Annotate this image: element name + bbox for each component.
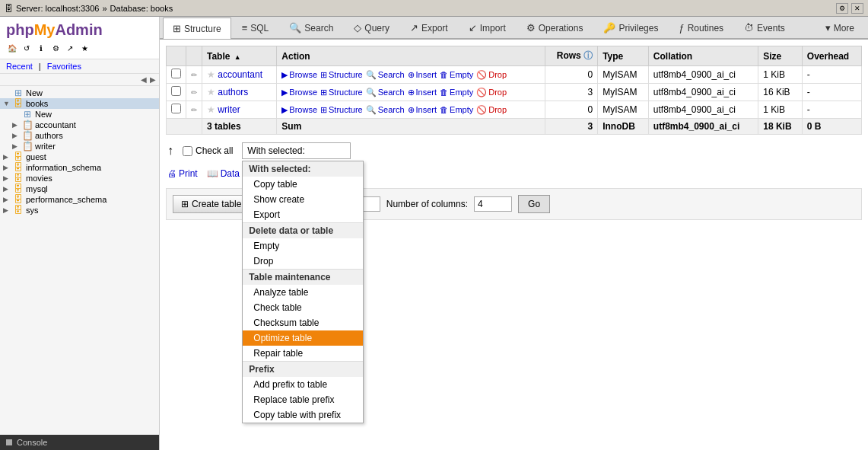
context-item-copy-prefix[interactable]: Copy table with prefix <box>243 407 363 423</box>
tab-routines[interactable]: ƒ Routines <box>669 17 733 38</box>
star-icon[interactable]: ★ <box>78 42 91 54</box>
context-item-analyze[interactable]: Analyze table <box>243 285 363 300</box>
star-fav-icon[interactable]: ★ <box>207 104 215 115</box>
drop-link-authors[interactable]: 🚫 Drop <box>476 88 507 97</box>
table-name-link[interactable]: accountant <box>218 69 262 80</box>
sidebar-item-movies[interactable]: ▶ 🗄 movies <box>0 173 159 184</box>
insert-link-accountant[interactable]: ⊕ Insert <box>408 70 437 80</box>
expand-arrow: ▶ <box>3 185 11 193</box>
tab-structure[interactable]: ⊞ Structure <box>163 18 231 39</box>
sidebar-item-label: accountant <box>35 120 76 129</box>
db-icon: 🗄 <box>13 163 24 172</box>
search-link-accountant[interactable]: 🔍 Search <box>366 70 405 80</box>
row-checkbox-cell <box>167 84 186 101</box>
context-item-add-prefix[interactable]: Add prefix to table <box>243 377 363 392</box>
th-type: Type <box>598 46 649 66</box>
search-link-authors[interactable]: 🔍 Search <box>366 88 405 97</box>
sidebar-item-writer[interactable]: ▶ 📋 writer <box>0 141 159 152</box>
tab-search[interactable]: 🔍 Search <box>279 17 343 38</box>
tab-query[interactable]: ◇ Query <box>344 17 399 38</box>
create-table-button[interactable]: ⊞ Create table <box>173 195 250 213</box>
sidebar-item-information-schema[interactable]: ▶ 🗄 information_schema <box>0 162 159 173</box>
back-arrow[interactable]: ↑ <box>167 144 173 158</box>
sidebar-item-sys[interactable]: ▶ 🗄 sys <box>0 205 159 215</box>
th-table[interactable]: Table ▲ <box>202 46 277 66</box>
sidebar-item-guest[interactable]: ▶ 🗄 guest <box>0 152 159 162</box>
edit-pencil-icon[interactable]: ✏ <box>191 106 197 114</box>
info-icon[interactable]: ℹ <box>35 42 47 54</box>
with-selected-select[interactable]: With selected: Copy table Show create Ex… <box>242 142 351 159</box>
context-item-export[interactable]: Export <box>243 207 363 222</box>
insert-link-authors[interactable]: ⊕ Insert <box>408 88 437 97</box>
browse-link-writer[interactable]: ▶ Browse <box>281 105 317 115</box>
columns-input[interactable] <box>474 196 512 212</box>
home-icon[interactable]: 🏠 <box>6 42 18 54</box>
tab-events[interactable]: ⏱ Events <box>734 17 795 38</box>
structure-link-authors[interactable]: ⊞ Structure <box>320 88 363 97</box>
tab-export[interactable]: ↗ Export <box>400 17 458 38</box>
context-item-check[interactable]: Check table <box>243 300 363 315</box>
sidebar-item-authors[interactable]: ▶ 📋 authors <box>0 130 159 141</box>
browse-link-authors[interactable]: ▶ Browse <box>281 88 317 97</box>
sidebar-item-new-root[interactable]: ⊞ New <box>0 88 159 98</box>
empty-link-writer[interactable]: 🗑 Empty <box>440 105 473 114</box>
sidebar-item-performance-schema[interactable]: ▶ 🗄 performance_schema <box>0 194 159 205</box>
sidebar-item-accountant[interactable]: ▶ 📋 accountant <box>0 120 159 130</box>
tab-more[interactable]: ▾ More <box>816 17 864 38</box>
external-icon[interactable]: ↗ <box>64 42 76 54</box>
edit-pencil-icon[interactable]: ✏ <box>191 88 197 97</box>
tab-operations[interactable]: ⚙ Operations <box>517 17 593 38</box>
star-fav-icon[interactable]: ★ <box>207 69 215 80</box>
settings-button[interactable]: ⚙ <box>836 3 848 14</box>
table-name-link[interactable]: authors <box>218 87 248 97</box>
close-button[interactable]: ✕ <box>851 3 863 14</box>
star-fav-icon[interactable]: ★ <box>207 87 215 97</box>
sidebar-item-books-new[interactable]: ⊞ New <box>0 109 159 120</box>
expand-arrow: ▶ <box>12 121 20 129</box>
sidebar-item-mysql[interactable]: ▶ 🗄 mysql <box>0 184 159 194</box>
search-icon: 🔍 <box>366 88 377 97</box>
tab-privileges[interactable]: 🔑 Privileges <box>593 17 668 38</box>
structure-link-accountant[interactable]: ⊞ Structure <box>320 70 363 80</box>
more-icon: ▾ <box>825 22 831 34</box>
refresh-icon[interactable]: ↺ <box>21 42 33 54</box>
edit-pencil-icon[interactable]: ✏ <box>191 71 197 79</box>
context-item-checksum[interactable]: Checksum table <box>243 315 363 330</box>
favorites-link[interactable]: Favorites <box>47 62 81 71</box>
empty-link-authors[interactable]: 🗑 Empty <box>440 88 473 97</box>
tab-sql[interactable]: ≡ SQL <box>232 17 279 38</box>
row-actions-cell: ▶ Browse ⊞ Structure 🔍 Search ⊕ Insert 🗑… <box>277 66 545 84</box>
structure-link-writer[interactable]: ⊞ Structure <box>320 105 363 115</box>
expand-icon[interactable]: ▶ <box>150 75 156 84</box>
sidebar-item-books[interactable]: ▼ 🗄 books <box>0 98 159 109</box>
collapse-icon[interactable]: ◀ <box>141 75 147 84</box>
row-checkbox[interactable] <box>171 104 181 113</box>
browse-link-accountant[interactable]: ▶ Browse <box>281 70 317 80</box>
row-checkbox[interactable] <box>171 86 181 96</box>
drop-link-accountant[interactable]: 🚫 Drop <box>476 70 507 80</box>
context-item-show-create[interactable]: Show create <box>243 192 363 207</box>
tab-import[interactable]: ↙ Import <box>459 17 516 38</box>
context-item-repair[interactable]: Repair table <box>243 346 363 361</box>
rows-info-icon[interactable]: ⓘ <box>583 50 593 61</box>
recent-link[interactable]: Recent <box>6 62 33 71</box>
settings-icon[interactable]: ⚙ <box>49 42 62 54</box>
table-name-link[interactable]: writer <box>218 104 240 115</box>
context-item-empty[interactable]: Empty <box>243 238 363 254</box>
drop-link-writer[interactable]: 🚫 Drop <box>476 105 507 115</box>
insert-link-writer[interactable]: ⊕ Insert <box>408 105 437 115</box>
sidebar-item-label: authors <box>35 131 63 140</box>
go-button[interactable]: Go <box>518 195 550 213</box>
context-item-optimize[interactable]: Optimize table <box>243 330 363 346</box>
console-bar[interactable]: Console <box>0 435 159 450</box>
logo-admin: Admin <box>55 21 102 38</box>
with-selected-dropdown-wrapper: With selected: Copy table Show create Ex… <box>242 142 351 159</box>
check-all-checkbox[interactable] <box>183 146 192 156</box>
print-link[interactable]: 🖨 Print <box>167 168 198 179</box>
context-item-drop[interactable]: Drop <box>243 254 363 269</box>
row-checkbox[interactable] <box>171 69 181 78</box>
context-item-copy-table[interactable]: Copy table <box>243 177 363 192</box>
empty-link-accountant[interactable]: 🗑 Empty <box>440 70 473 79</box>
search-link-writer[interactable]: 🔍 Search <box>366 105 405 115</box>
context-item-replace-prefix[interactable]: Replace table prefix <box>243 392 363 407</box>
